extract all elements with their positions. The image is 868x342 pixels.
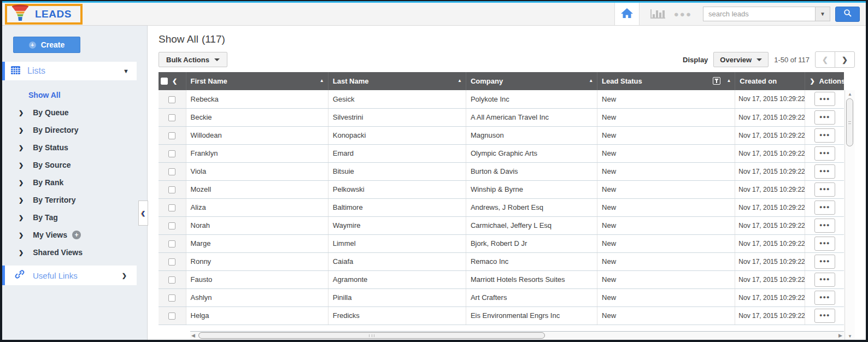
row-actions-button[interactable]: ●●● — [814, 237, 835, 251]
row-checkbox[interactable] — [168, 240, 175, 247]
filter-icon[interactable] — [713, 77, 720, 85]
sidebar-item[interactable]: ❯ By Source — [2, 156, 147, 174]
cell-created-on: Nov 17, 2015 10:29:22 — [735, 108, 805, 126]
cell-first-name: Franklyn — [186, 144, 328, 162]
row-actions-button[interactable]: ●●● — [814, 273, 835, 287]
ellipsis-icon: ●●● — [819, 168, 830, 174]
cell-lead-status: New — [597, 252, 735, 270]
cell-created-on: Nov 17, 2015 10:29:22 — [735, 288, 805, 306]
home-icon — [620, 7, 634, 21]
reports-button[interactable] — [650, 9, 665, 19]
cell-last-name: Bitsuie — [328, 162, 466, 180]
scroll-up-arrow-icon[interactable]: ▲ — [845, 92, 855, 97]
row-checkbox[interactable] — [168, 96, 175, 103]
row-checkbox[interactable] — [168, 276, 175, 284]
cell-actions: ●●● — [805, 252, 844, 270]
row-checkbox[interactable] — [168, 312, 175, 320]
cell-created-on: Nov 17, 2015 10:29:22 — [735, 162, 805, 180]
row-checkbox[interactable] — [168, 258, 175, 266]
sidebar-item[interactable]: ❯ By Status — [2, 139, 147, 156]
sidebar-item-lists[interactable]: Lists ▼ — [2, 62, 137, 80]
chevron-right-icon: ❯ — [19, 214, 24, 221]
sidebar-item[interactable]: ❯ By Territory — [2, 191, 147, 209]
scroll-left-arrow-icon[interactable]: ◀ — [191, 333, 195, 338]
sidebar-item[interactable]: ❯ Shared Views — [2, 244, 147, 261]
row-checkbox[interactable] — [168, 222, 175, 229]
chevron-right-icon: ❯ — [19, 179, 24, 186]
cell-last-name: Silvestrini — [328, 108, 466, 126]
vertical-scrollbar[interactable]: ▲ ▼ — [844, 90, 855, 340]
row-checkbox[interactable] — [168, 186, 175, 193]
ellipsis-icon: ●●● — [819, 150, 830, 156]
row-actions-button[interactable]: ●●● — [814, 255, 835, 269]
horizontal-scroll-thumb[interactable] — [198, 332, 545, 339]
next-page-button[interactable]: ❯ — [835, 51, 855, 68]
display-mode-dropdown[interactable]: Overview — [713, 52, 769, 67]
table-row: Marge Limmel Bjork, Robert D Jr New Nov … — [159, 234, 844, 252]
ellipsis-icon: ●●● — [819, 294, 830, 300]
more-options-button[interactable]: ●●● — [674, 9, 692, 19]
scroll-right-arrow-icon[interactable]: ▶ — [838, 333, 842, 338]
select-all-checkbox[interactable] — [161, 78, 168, 85]
cell-first-name: Norah — [186, 216, 328, 234]
vertical-scroll-thumb[interactable] — [846, 98, 853, 146]
sidebar-item[interactable]: ❯ By Directory — [2, 121, 147, 139]
cell-company: Olympic Graphic Arts — [466, 144, 597, 162]
bulk-actions-button[interactable]: Bulk Actions — [159, 52, 227, 67]
row-actions-button[interactable]: ●●● — [814, 291, 835, 305]
sidebar-item-label: Shared Views — [33, 248, 83, 257]
row-actions-button[interactable]: ●●● — [814, 92, 835, 106]
row-checkbox[interactable] — [168, 204, 175, 211]
sort-asc-icon: ▲ — [458, 78, 462, 83]
sidebar-item[interactable]: ❯ By Tag — [2, 209, 147, 226]
cell-last-name: Caiafa — [328, 252, 466, 270]
row-actions-button[interactable]: ●●● — [814, 201, 835, 215]
home-button[interactable] — [614, 3, 640, 25]
cell-first-name: Aliza — [186, 198, 328, 216]
column-header-lead-status[interactable]: Lead Status ▲ — [597, 72, 735, 90]
row-checkbox[interactable] — [168, 294, 175, 302]
row-actions-button[interactable]: ●●● — [814, 110, 835, 125]
search-scope-dropdown[interactable]: ▼ — [815, 7, 830, 21]
cell-created-on: Nov 17, 2015 10:29:22 — [735, 90, 805, 108]
cell-actions: ●●● — [805, 144, 844, 162]
add-view-icon[interactable]: + — [72, 231, 81, 239]
horizontal-scrollbar[interactable]: ◀ ▶ — [190, 331, 844, 340]
row-actions-button[interactable]: ●●● — [814, 128, 835, 143]
scroll-down-arrow-icon[interactable]: ▼ — [845, 334, 855, 339]
sidebar-collapse-handle[interactable]: ❮ — [138, 201, 148, 226]
row-checkbox[interactable] — [168, 114, 175, 121]
sidebar-item-show-all[interactable]: Show All — [28, 91, 147, 99]
sidebar-item[interactable]: ❯ My Views + — [2, 226, 147, 244]
leads-module-highlight[interactable]: LEADS — [5, 4, 83, 25]
table-row: Willodean Konopacki Magnuson New Nov 17,… — [159, 126, 844, 144]
sidebar-item[interactable]: ❯ By Queue — [2, 104, 147, 121]
cell-first-name: Ronny — [186, 252, 328, 270]
column-header-company[interactable]: Company▲ — [466, 72, 597, 90]
table-row: Franklyn Emard Olympic Graphic Arts New … — [159, 144, 844, 162]
chevron-right-icon[interactable]: ❯ — [810, 78, 814, 85]
row-checkbox[interactable] — [168, 132, 175, 139]
column-header-first-name[interactable]: First Name▲ — [186, 72, 328, 90]
create-button[interactable]: + Create — [13, 37, 80, 53]
sidebar-item-useful-links[interactable]: Useful Links ❯ — [2, 266, 137, 285]
row-actions-button[interactable]: ●●● — [814, 309, 835, 323]
row-actions-button[interactable]: ●●● — [814, 182, 835, 197]
sidebar-item[interactable]: ❯ By Rank — [2, 174, 147, 191]
row-actions-button[interactable]: ●●● — [814, 164, 835, 179]
column-header-last-name[interactable]: Last Name▲ — [328, 72, 466, 90]
row-checkbox[interactable] — [168, 150, 175, 157]
row-checkbox[interactable] — [168, 168, 175, 175]
cell-created-on: Nov 17, 2015 10:29:22 — [735, 144, 805, 162]
row-actions-button[interactable]: ●●● — [814, 146, 835, 161]
row-actions-button[interactable]: ●●● — [814, 219, 835, 233]
row-checkbox-cell — [159, 126, 186, 144]
cell-created-on: Nov 17, 2015 10:29:22 — [735, 252, 805, 270]
column-header-created-on[interactable]: Created on — [735, 72, 805, 90]
chevron-left-icon[interactable]: ❮ — [172, 78, 177, 85]
previous-page-button[interactable]: ❮ — [815, 51, 835, 68]
search-button[interactable] — [835, 7, 860, 22]
cell-last-name: Emard — [328, 144, 466, 162]
search-input[interactable] — [703, 7, 815, 21]
chevron-right-icon: ❯ — [19, 249, 24, 256]
